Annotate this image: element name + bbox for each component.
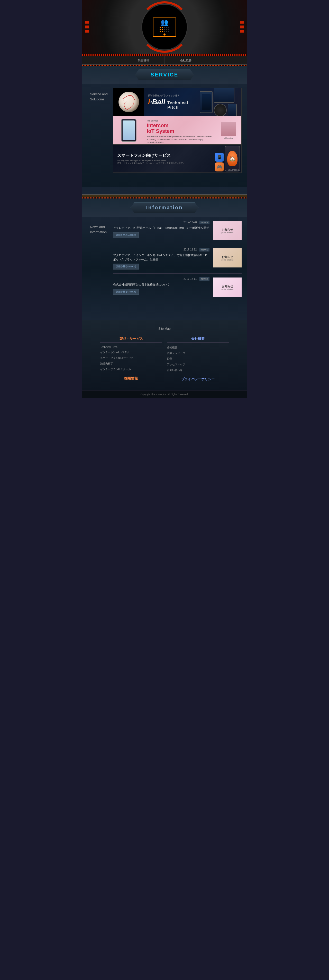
sitemap-col-products: 製品・サービス Technical Pitch インターホンIoTシステム スマ… — [100, 336, 162, 385]
news-1-image: お知らせ public relations — [214, 221, 242, 240]
sitemap-item-contact[interactable]: お問い合わせ — [167, 368, 229, 373]
sitemap-title: - Site Map - — [157, 327, 172, 331]
phone-hand-graphic: 🏠 — [225, 146, 240, 172]
iball-mockups — [195, 88, 241, 116]
sitemap-company-title[interactable]: 会社概要 — [167, 336, 229, 343]
hero-ticks-left — [85, 21, 89, 33]
news-item-1: 2017-12-20 NEWS アクロディア、IoT野球ボール「i・Ball T… — [113, 217, 242, 244]
oshirase-sub-3: public relations — [221, 288, 234, 290]
news-3-tag: NEWS — [199, 277, 209, 281]
sitemap-item-shibuya[interactable]: 渋谷内横丁 — [100, 361, 162, 367]
news-1-img-placeholder: お知らせ public relations — [214, 221, 242, 240]
card-iball[interactable]: 投球を数値&グラフィック化！ i·Ball Technical Pitch — [113, 88, 242, 116]
nav-item-company[interactable]: 会社概要 — [165, 56, 207, 64]
news-1-title: アクロディア、IoT野球ボール「i・Ball Technical Pitch」の… — [113, 226, 209, 230]
news-1-button[interactable]: 詳細を見る(484KB) — [113, 232, 139, 238]
sitemap-item-company-profile[interactable]: 会社概要 — [167, 345, 229, 350]
footer: Copyright @Acrodea, Inc. All Rights Rese… — [82, 390, 247, 398]
service-cards-container: 投球を数値&グラフィック化！ i·Ball Technical Pitch — [113, 84, 242, 178]
sitemap-item-access[interactable]: アクセスマップ — [167, 362, 229, 368]
sitemap-line-right — [175, 329, 240, 329]
news-2-img-placeholder: お知らせ public relations — [214, 248, 242, 267]
nav-item-products[interactable]: 製品情報 — [122, 56, 165, 64]
sitemap-item-smartphone[interactable]: スマートフォン向けサービス — [100, 355, 162, 361]
smartphone-desc: スマートフォンで楽しめるソーシャルゲームやアプリを提供しています。 — [117, 162, 186, 164]
card-smartphone[interactable]: スマートフォン向けサービス Social games and Apps for … — [113, 145, 242, 173]
info-section-label: News and Information — [90, 224, 107, 234]
news-1-tag: NEWS — [199, 221, 209, 224]
info-title-bar: Information — [131, 202, 199, 213]
hero-outer-ring — [139, 1, 190, 53]
news-item-3: 2017-12-11 NEWS 株式会社短円商事との資本業務提携について 詳細を… — [113, 274, 242, 301]
news-container: 2017-12-20 NEWS アクロディア、IoT野球ボール「i・Ball T… — [113, 217, 242, 306]
iot-category-label: IoT Service — [147, 119, 213, 122]
hero-section: 👥 — [82, 0, 247, 54]
news-3-meta: 2017-12-11 NEWS — [113, 277, 209, 280]
app-icon-2: 🎮 — [215, 162, 224, 172]
main-nav: 製品情報 会社概要 — [82, 56, 247, 65]
iot-description: This solution links the smartphone with … — [147, 135, 213, 144]
card-iot[interactable]: IoT Service Intercom IoT System This sol… — [113, 116, 242, 145]
sitemap-section: - Site Map - 製品・サービス Technical Pitch インタ… — [82, 320, 247, 390]
sitemap-recruit-title[interactable]: 採用情報 — [100, 376, 162, 382]
sitemap-item-intercom[interactable]: インターホンIoTシステム — [100, 350, 162, 355]
news-2-title: アクロディア、「インターホン向けIoTシステム」で富士通株式会社の「ロボットAI… — [113, 253, 209, 261]
iball-brand: i·Ball Technical Pitch — [148, 98, 191, 110]
info-header-bar: Information — [82, 199, 247, 217]
sitemap-line-left — [89, 329, 154, 329]
chain-bar — [82, 194, 247, 197]
sitemap-item-ceo-message[interactable]: 代表メッセージ — [167, 350, 229, 356]
news-3-title: 株式会社短円商事との資本業務提携について — [113, 282, 209, 287]
iball-content: 投球を数値&グラフィック化！ i·Ball Technical Pitch — [144, 88, 195, 116]
oshirase-label-3: お知らせ — [221, 285, 234, 288]
info-section: News and Information 2017-12-20 NEWS アクロ… — [82, 217, 247, 320]
iot-right-image: @Acrodea — [216, 116, 241, 144]
mockup-round-device — [214, 104, 227, 116]
sitemap-item-history[interactable]: 沿革 — [167, 356, 229, 362]
sitemap-privacy-title[interactable]: プライバシーポリシー — [167, 377, 229, 383]
smartphone-content: スマートフォン向けサービス Social games and Apps for … — [113, 145, 190, 172]
news-3-left: 2017-12-11 NEWS 株式会社短円商事との資本業務提携について 詳細を… — [113, 277, 209, 297]
sitemap-grid: 製品・サービス Technical Pitch インターホンIoTシステム スマ… — [100, 336, 229, 385]
sitemap-header: - Site Map - — [87, 325, 242, 332]
deco-bar-top — [82, 54, 247, 56]
news-3-img-placeholder: お知らせ public relations — [214, 277, 242, 297]
sitemap-col-company: 会社概要 会社概要 代表メッセージ 沿革 アクセスマップ お問い合わせ プライバ… — [167, 336, 229, 385]
sitemap-item-technical-pitch[interactable]: Technical Pitch — [100, 345, 162, 350]
iball-logo: i·Ball — [148, 98, 165, 106]
service-title-bar: SERVICE — [135, 70, 194, 80]
iball-product-name: Technical Pitch — [167, 101, 191, 110]
mockup-phone-1 — [200, 91, 213, 113]
mockup-phone-2 — [228, 104, 237, 116]
news-2-left: 2017-12-12 NEWS アクロディア、「インターホン向けIoTシステム」… — [113, 248, 209, 269]
acrodea-logo-smartphone: @Acrodea — [228, 169, 239, 171]
iot-title: Intercom IoT System — [147, 123, 213, 134]
iot-phone-mockup — [121, 119, 136, 142]
news-3-image: お知らせ public relations — [214, 277, 242, 297]
news-1-left: 2017-12-20 NEWS アクロディア、IoT野球ボール「i・Ball T… — [113, 221, 209, 240]
news-2-tag: NEWS — [199, 248, 209, 251]
oshirase-sub-2: public relations — [221, 259, 234, 261]
smartphone-subtitle: Social games and Apps for smartphone ent… — [117, 159, 186, 162]
hero-circle: 👥 — [141, 4, 188, 50]
oshirase-label-2: お知らせ — [221, 255, 234, 259]
hero-ticks-right — [240, 21, 244, 33]
sitemap-products-title[interactable]: 製品・サービス — [100, 336, 162, 343]
oshirase-label-1: お知らせ — [221, 228, 234, 232]
news-1-meta: 2017-12-20 NEWS — [113, 221, 209, 224]
service-section-label: Service and Solutioins — [90, 92, 108, 102]
sitemap-item-interplan[interactable]: インタープランITスクール — [100, 367, 162, 372]
news-2-image: お知らせ public relations — [214, 248, 242, 269]
oshirase-sub-1: public relations — [221, 232, 234, 234]
iot-content: IoT Service Intercom IoT System This sol… — [144, 116, 216, 144]
baseball-graphic — [119, 92, 139, 112]
mockup-tablet — [214, 88, 234, 103]
footer-copyright: Copyright @Acrodea, Inc. All Rights Rese… — [141, 393, 189, 396]
app-icon-1: 📱 — [215, 153, 224, 162]
news-3-button[interactable]: 詳細を見る(355KB) — [113, 289, 139, 295]
service-section: SERVICE Service and Solutioins 投球を数値&グラフ… — [82, 66, 247, 194]
iball-baseball-image — [113, 88, 144, 116]
news-2-button[interactable]: 詳細を見る(502KB) — [113, 264, 139, 269]
news-2-meta: 2017-12-12 NEWS — [113, 248, 209, 251]
iot-phone-image — [113, 116, 144, 144]
